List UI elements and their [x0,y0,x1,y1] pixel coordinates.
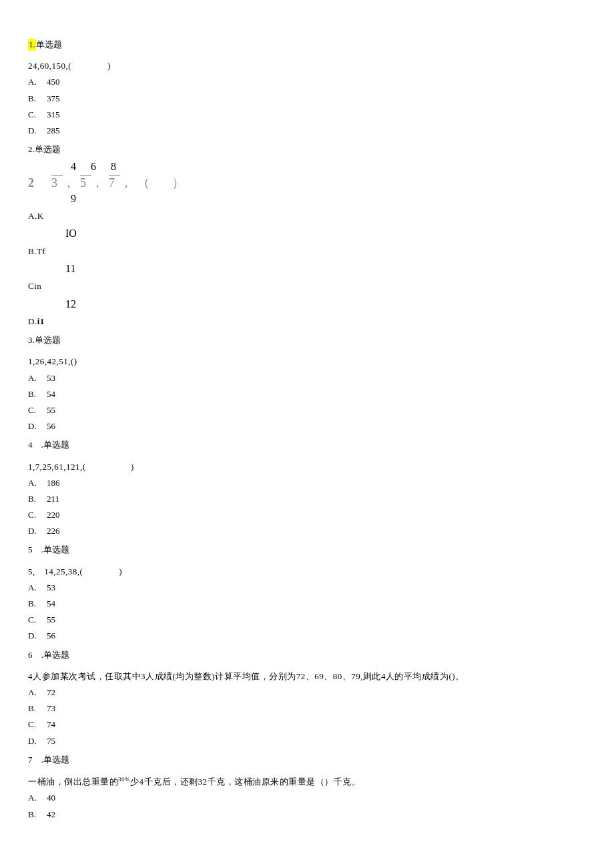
opt-letter: B. [28,809,47,821]
opt-text: 285 [47,125,60,135]
q2-a-num: IO [28,226,586,241]
opt-text: 56 [47,421,55,431]
q2-a-label: A.K [28,211,44,221]
opt-text: 42 [47,809,55,819]
q4-stem: 1,7,25,61,121,( ) [28,461,586,473]
opt-letter: A. [28,477,47,489]
opt-letter: D. [28,525,47,537]
opt-text: 73 [47,703,55,713]
opt-letter: B. [28,703,47,715]
q2-d-val: i1 [37,316,45,326]
opt-letter: A. [28,792,47,804]
opt-text: 186 [47,478,60,488]
opt-text: 55 [47,405,55,415]
q3-opt-b[interactable]: B.54 [28,388,586,400]
q2-opt-a[interactable]: A.K [28,210,586,222]
opt-text: 55 [47,614,55,624]
q5-opt-b[interactable]: B.54 [28,598,586,610]
opt-letter: A. [28,582,47,594]
opt-letter: D. [28,735,47,747]
q2-c-num: 12 [28,297,586,312]
q2-frac-mid: 23，5，7，（ ） [28,175,586,191]
opt-text: 375 [47,93,60,103]
q3-opt-a[interactable]: A.53 [28,372,586,384]
q1-opt-c[interactable]: C.315 [28,109,586,121]
q4-opt-c[interactable]: C.220 [28,509,586,521]
q7-stem-post: 少4千克后，还剩32千克，这桶油原来的重量是（）千克。 [130,777,360,787]
q7-stem-pct: 30% [118,776,130,783]
q1-opt-a[interactable]: A.450 [28,76,586,88]
q1-stem: 24,60,150,( ) [28,60,586,72]
opt-text: 40 [47,793,55,803]
opt-text: 226 [47,526,60,536]
q5-opt-c[interactable]: C.55 [28,614,586,626]
q4-opt-a[interactable]: A.186 [28,477,586,489]
q7-header: 7 .单选题 [28,754,586,766]
q2-frac-numerators: 468 [28,159,586,174]
q4-opt-b[interactable]: B.211 [28,493,586,505]
opt-letter: C. [28,404,47,416]
q2-opt-b[interactable]: B.Tf [28,246,586,258]
opt-text: 72 [47,687,55,697]
q4-opt-d[interactable]: D.226 [28,525,586,537]
opt-text: 315 [47,109,60,119]
q7-opt-b[interactable]: B.42 [28,809,586,821]
opt-letter: B. [28,388,47,400]
opt-text: 53 [47,582,55,592]
q5-opt-a[interactable]: A.53 [28,582,586,594]
q1-opt-d[interactable]: D.285 [28,125,586,137]
opt-text: 211 [47,494,59,504]
opt-letter: B. [28,493,47,505]
q2-d-label: D. [28,316,37,326]
opt-letter: D. [28,630,47,642]
q3-header: 3.单选题 [28,334,586,346]
opt-letter: D. [28,420,47,432]
opt-letter: C. [28,509,47,521]
q6-opt-c[interactable]: C.74 [28,719,586,731]
q3-opt-d[interactable]: D.56 [28,420,586,432]
opt-letter: A. [28,76,47,88]
q2-b-label: B.Tf [28,246,45,256]
q2-frac-bottom: 9 [28,191,586,206]
opt-letter: C. [28,719,47,731]
q7-opt-a[interactable]: A.40 [28,792,586,804]
q2-header: 2.单选题 [28,143,586,155]
opt-letter: C. [28,109,47,121]
opt-letter: D. [28,125,47,137]
opt-letter: C. [28,614,47,626]
q2-frac-two: 2 [28,176,39,189]
q2-opt-c[interactable]: Cin [28,280,586,292]
q5-stem: 5, 14,25,38,( ) [28,566,586,578]
opt-text: 56 [47,630,55,640]
q6-opt-b[interactable]: B.73 [28,703,586,715]
opt-text: 450 [47,77,60,87]
opt-text: 54 [47,389,55,399]
opt-text: 54 [47,598,55,608]
q1-num-highlight: 1. [28,39,36,51]
q2-fraction: 468 23，5，7，（ ） 9 [28,159,586,206]
q5-header: 5 .单选题 [28,544,586,556]
opt-text: 74 [47,719,55,729]
q6-header: 6 .单选题 [28,649,586,661]
q7-stem-pre: 一桶油，倒出总重量的 [28,777,118,787]
opt-letter: B. [28,598,47,610]
opt-letter: A. [28,372,47,384]
q7-stem: 一桶油，倒出总重量的30%少4千克后，还剩32千克，这桶油原来的重量是（）千克。 [28,775,586,789]
q2-c-label: Cin [28,281,41,291]
q3-opt-c[interactable]: C.55 [28,404,586,416]
opt-text: 53 [47,373,55,383]
opt-letter: B. [28,93,47,105]
q5-opt-d[interactable]: D.56 [28,630,586,642]
q1-type: 单选题 [36,39,62,49]
q6-opt-a[interactable]: A.72 [28,687,586,699]
q2-opt-d[interactable]: D.i1 [28,316,586,328]
opt-letter: A. [28,687,47,699]
q6-opt-d[interactable]: D.75 [28,735,586,747]
q6-stem: 4人参加某次考试，任取其中3人成绩(均为整数)计算平均值，分别为72、69、80… [28,671,586,683]
opt-text: 75 [47,736,55,746]
q1-header: 1.单选题 [28,39,586,51]
opt-text: 220 [47,510,60,520]
q1-opt-b[interactable]: B.375 [28,93,586,105]
q2-frac-rest: 3，5，7，（ ） [51,176,190,189]
q4-header: 4 .单选题 [28,439,586,451]
